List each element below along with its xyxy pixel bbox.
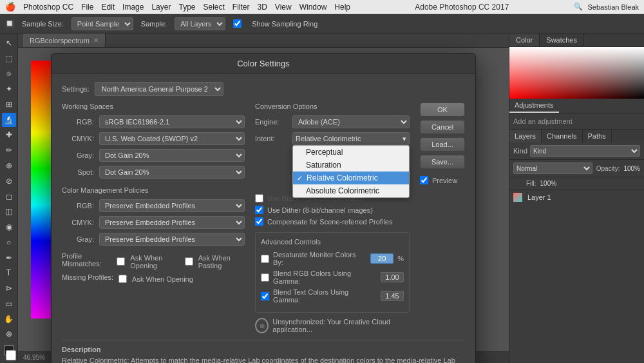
load-button[interactable]: Load...	[420, 137, 465, 152]
opacity-label: Opacity:	[596, 165, 620, 172]
ask-pasting-checkbox[interactable]	[185, 257, 193, 266]
zoom-tool[interactable]: ⊕	[2, 328, 16, 342]
layers-tab[interactable]: Layers	[509, 130, 542, 142]
swatches-tab[interactable]: Swatches	[540, 34, 584, 46]
show-sampling-label: Show Sampling Ring	[252, 20, 317, 28]
paths-tab[interactable]: Paths	[583, 130, 612, 142]
healing-tool[interactable]: ✚	[2, 128, 16, 142]
channels-tab[interactable]: Channels	[542, 130, 582, 142]
engine-select[interactable]: Adobe (ACE)	[292, 115, 410, 128]
ws-gray-select[interactable]: Dot Gain 20%	[99, 149, 245, 162]
dodge-tool[interactable]: ○	[2, 235, 16, 250]
ws-spot-label: Spot:	[62, 168, 94, 176]
eyedropper-tool-icon: 🔲	[5, 19, 14, 28]
preview-row: Preview	[420, 176, 465, 184]
magic-wand-tool[interactable]: ✦	[2, 82, 16, 96]
menu-layer[interactable]: Layer	[151, 3, 171, 12]
intent-option-relative[interactable]: Relative Colorimetric	[293, 172, 409, 184]
intent-option-perceptual[interactable]: Perceptual	[293, 146, 409, 159]
cancel-button[interactable]: Cancel	[420, 120, 465, 134]
intent-option-absolute[interactable]: Absolute Colorimetric	[293, 184, 409, 197]
policies-section: Color Management Policies RGB: Preserve …	[62, 186, 245, 246]
engine-label: Engine:	[255, 118, 287, 126]
menu-filter[interactable]: Filter	[232, 3, 250, 12]
blur-tool[interactable]: ◉	[2, 220, 16, 234]
path-tool[interactable]: ⊳	[2, 281, 16, 295]
cm-gray-select[interactable]: Preserve Embedded Profiles	[99, 233, 245, 246]
menu-window[interactable]: Window	[299, 3, 327, 12]
compensate-checkbox[interactable]	[255, 217, 263, 226]
pen-tool[interactable]: ✒	[2, 251, 16, 265]
layer-kind-select[interactable]: Kind	[530, 145, 640, 157]
sample-select[interactable]: All Layers	[175, 17, 225, 30]
menu-photoshop[interactable]: Photoshop CC	[23, 3, 73, 12]
shape-tool[interactable]: ▭	[2, 297, 16, 311]
layer-name[interactable]: Layer 1	[527, 193, 551, 201]
advanced-header: Advanced Controls	[261, 238, 404, 246]
ask-opening-checkbox-mismatch[interactable]	[117, 257, 125, 266]
desaturate-row: Desaturate Monitor Colors By: 20 %	[261, 251, 404, 266]
text-tool[interactable]: T	[2, 266, 16, 280]
cm-rgb-select[interactable]: Preserve Embedded Profiles	[99, 199, 245, 212]
adjustments-tab[interactable]: Adjustments	[509, 99, 559, 113]
cm-cmyk-select[interactable]: Preserve Embedded Profiles	[99, 216, 245, 229]
preview-checkbox[interactable]	[420, 176, 428, 184]
menu-view[interactable]: View	[275, 3, 292, 12]
blend-text-input[interactable]: 1.45	[381, 291, 404, 301]
menu-select[interactable]: Select	[203, 3, 224, 12]
clone-tool[interactable]: ⊕	[2, 159, 16, 173]
blend-text-checkbox[interactable]	[261, 292, 269, 300]
search-icon[interactable]: 🔍	[574, 3, 583, 11]
desaturate-checkbox[interactable]	[261, 255, 269, 263]
sample-size-select[interactable]: Point Sample	[71, 17, 133, 30]
ws-spot-select[interactable]: Dot Gain 20%	[99, 166, 245, 179]
dialog-overlay: Color Settings Settings: North America G…	[18, 34, 509, 363]
blend-rgb-checkbox[interactable]	[261, 273, 269, 282]
crop-tool[interactable]: ⊞	[2, 97, 16, 112]
layer-thumbnail	[513, 193, 522, 202]
menu-type[interactable]: Type	[178, 3, 195, 12]
ask-opening-checkbox-missing[interactable]	[118, 275, 127, 283]
move-tool[interactable]: ↖	[2, 36, 16, 50]
layers-filter-row: Kind Kind	[509, 142, 644, 160]
blend-mode-select[interactable]: Normal	[513, 162, 592, 174]
toolbar: 🔲 Sample Size: Point Sample Sample: All …	[0, 14, 644, 34]
gradient-tool[interactable]: ◫	[2, 204, 16, 219]
eyedropper-tool[interactable]: 🔬	[2, 113, 16, 127]
show-sampling-checkbox[interactable]	[233, 19, 242, 28]
color-swatch-area[interactable]	[509, 47, 644, 99]
desaturate-input[interactable]: 20	[370, 253, 393, 264]
menu-help[interactable]: Help	[334, 3, 350, 12]
adj-panel-tabs: Adjustments	[509, 99, 644, 113]
menu-image[interactable]: Image	[122, 3, 144, 12]
use-black-point-checkbox[interactable]	[255, 194, 263, 202]
lasso-tool[interactable]: ⌾	[2, 67, 16, 81]
use-dither-checkbox[interactable]	[255, 206, 263, 214]
background-color[interactable]	[6, 350, 16, 360]
save-button[interactable]: Save...	[420, 155, 465, 169]
menu-edit[interactable]: Edit	[101, 3, 115, 12]
intent-select-display[interactable]: Relative Colorimetric ▾	[292, 132, 410, 145]
description-title: Description	[62, 346, 465, 353]
history-tool[interactable]: ⊘	[2, 174, 16, 188]
select-tool[interactable]: ⬚	[2, 52, 16, 66]
missing-profiles-label: Missing Profiles:	[62, 273, 113, 281]
color-tab[interactable]: Color	[509, 34, 540, 46]
mismatch-row: Profile Mismatches: Ask When Opening Ask…	[62, 252, 245, 271]
menu-file[interactable]: File	[81, 3, 93, 12]
ws-cmyk-row: CMYK: U.S. Web Coated (SWOP) v2	[62, 132, 245, 145]
brush-tool[interactable]: ✏	[2, 143, 16, 157]
menu-3d[interactable]: 3D	[258, 3, 267, 12]
blend-rgb-input[interactable]: 1.00	[381, 272, 404, 282]
ws-cmyk-select[interactable]: U.S. Web Coated (SWOP) v2	[99, 132, 245, 145]
opacity-value: 100%	[623, 165, 640, 172]
ok-button[interactable]: OK	[420, 103, 465, 117]
hand-tool[interactable]: ✋	[2, 312, 16, 326]
description-text: Relative Colorimetric: Attempts to match…	[62, 356, 465, 363]
cm-gray-label: Gray:	[62, 235, 94, 243]
eraser-tool[interactable]: ◻	[2, 190, 16, 204]
compensate-label: Compensate for Scene-referred Profiles	[267, 218, 392, 226]
intent-option-saturation[interactable]: Saturation	[293, 159, 409, 172]
ws-rgb-select[interactable]: sRGB IEC61966-2.1	[99, 115, 245, 128]
settings-select[interactable]: North America General Purpose 2	[95, 82, 223, 96]
